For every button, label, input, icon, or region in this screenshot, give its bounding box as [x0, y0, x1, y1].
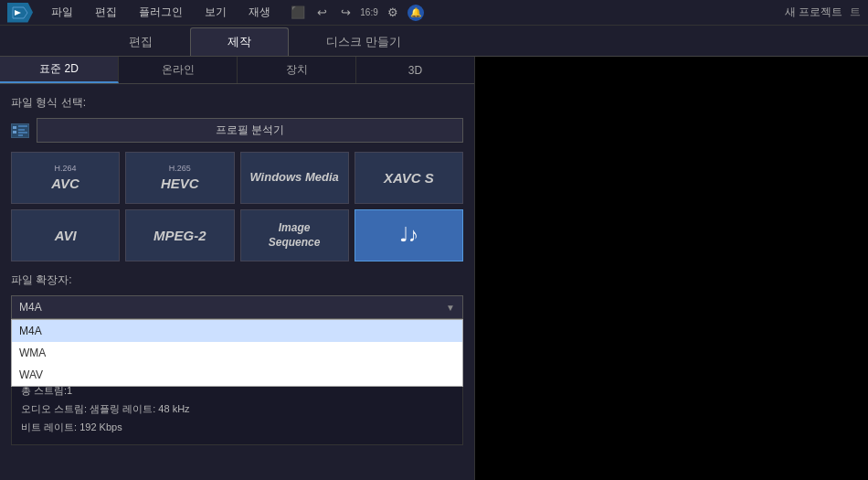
menu-plugin[interactable]: 플러그인 — [135, 3, 186, 22]
format-btn-mpeg2[interactable]: MPEG-2 — [125, 209, 234, 261]
dropdown-list: M4A WMA WAV — [11, 319, 463, 387]
format-btn-hevc[interactable]: H.265 HEVC — [125, 152, 234, 204]
bit-rate-line: 비트 레이트: 192 Kbps — [21, 419, 453, 437]
option-m4a[interactable]: M4A — [12, 320, 462, 342]
tab-3d[interactable]: 3D — [356, 57, 474, 83]
svg-rect-7 — [18, 132, 27, 133]
svg-rect-6 — [13, 131, 16, 133]
redo-icon[interactable]: ↪ — [336, 4, 355, 22]
format-btn-audio[interactable]: ♩♪ — [355, 209, 463, 261]
new-project-label: 새 프로젝트 — [785, 5, 842, 20]
menu-playback[interactable]: 재생 — [245, 3, 274, 22]
tab-standard-2d[interactable]: 표준 2D — [0, 57, 119, 83]
format-grid: H.264 AVC H.265 HEVC Windows Media XAVC … — [11, 152, 463, 261]
tab-produce[interactable]: 제작 — [190, 27, 289, 56]
format-btn-avc[interactable]: H.264 AVC — [11, 152, 120, 204]
main-tabs: 편집 제작 디스크 만들기 — [0, 26, 868, 57]
svg-rect-4 — [18, 125, 27, 127]
format-btn-image-seq[interactable]: ImageSequence — [240, 209, 349, 261]
menu-bar: 파일 편집 플러그인 보기 재생 ⬛ ↩ ↪ 16:9 ⚙ 🔔 새 프로젝트 트 — [0, 0, 868, 26]
tab-device[interactable]: 장치 — [238, 57, 356, 83]
app-logo — [7, 3, 33, 23]
panel-content: 파일 형식 선택: 프로필 분석기 — [0, 84, 474, 480]
save-icon[interactable]: ⬛ — [289, 4, 307, 22]
profile-analyzer-button[interactable]: 프로필 분석기 — [37, 118, 463, 143]
tab-disc[interactable]: 디스크 만들기 — [289, 27, 439, 56]
dropdown-container: M4A ▼ M4A WMA WAV — [11, 295, 463, 319]
profile-icon — [11, 123, 29, 138]
toolbar-icons: ⬛ ↩ ↪ 16:9 ⚙ 🔔 — [289, 4, 424, 22]
menu-edit[interactable]: 편집 — [91, 3, 121, 22]
preview-panel — [475, 57, 868, 480]
menu-file[interactable]: 파일 — [48, 3, 77, 22]
svg-rect-8 — [18, 134, 23, 136]
project-name-placeholder: 트 — [850, 5, 861, 20]
option-wav[interactable]: WAV — [12, 364, 462, 386]
audio-stream-line: 오디오 스트림: 샘플링 레이트: 48 kHz — [21, 400, 453, 419]
svg-rect-5 — [18, 129, 25, 131]
notification-badge[interactable]: 🔔 — [408, 5, 424, 21]
ratio-icon: 16:9 — [360, 4, 378, 22]
left-panel: 표준 2D 온라인 장치 3D 파일 형식 선택: — [0, 57, 475, 480]
extension-dropdown[interactable]: M4A ▼ — [11, 295, 463, 319]
dropdown-arrow-icon: ▼ — [446, 303, 455, 313]
content-area: 표준 2D 온라인 장치 3D 파일 형식 선택: — [0, 57, 868, 480]
ext-section: 파일 확장자: M4A ▼ M4A WMA WAV — [11, 272, 463, 319]
format-btn-wmv[interactable]: Windows Media — [240, 152, 349, 204]
menu-bar-right: 새 프로젝트 트 — [785, 5, 861, 20]
undo-icon[interactable]: ↩ — [312, 4, 331, 22]
profile-row: 프로필 분석기 — [11, 118, 463, 143]
ext-label: 파일 확장자: — [11, 272, 463, 288]
format-btn-xavcs[interactable]: XAVC S — [355, 152, 463, 204]
option-wma[interactable]: WMA — [12, 342, 462, 364]
tab-edit[interactable]: 편집 — [91, 27, 190, 56]
menu-view[interactable]: 보기 — [201, 3, 230, 22]
settings-icon[interactable]: ⚙ — [384, 4, 402, 22]
tab-online[interactable]: 온라인 — [119, 57, 238, 83]
format-section-label: 파일 형식 선택: — [11, 95, 463, 111]
secondary-tabs: 표준 2D 온라인 장치 3D — [0, 57, 474, 84]
format-btn-avi[interactable]: AVI — [11, 209, 120, 261]
svg-rect-3 — [13, 126, 16, 129]
